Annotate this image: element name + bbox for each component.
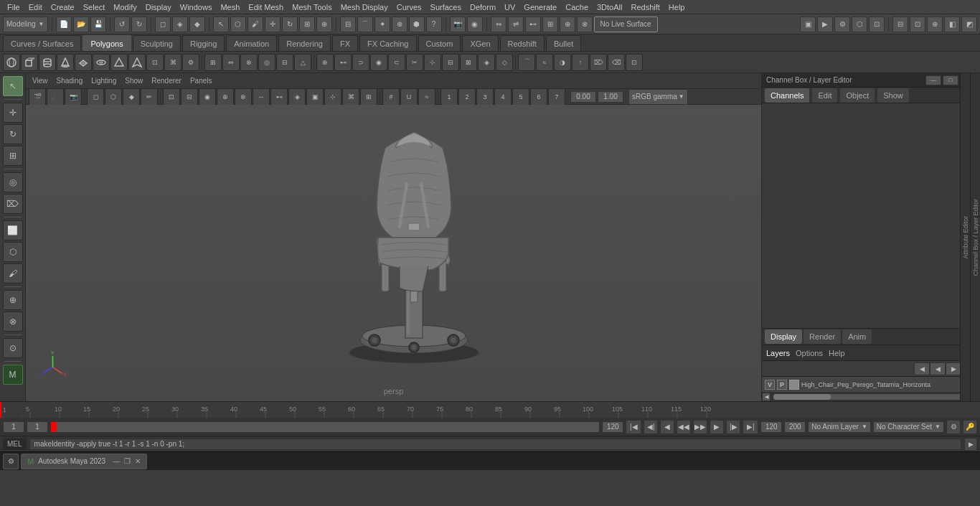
go-end-button[interactable]: ▶| [743, 420, 758, 434]
menu-uv[interactable]: UV [500, 0, 519, 14]
camera-button[interactable]: 📷 [450, 17, 466, 32]
mesh-display-2-button[interactable]: ⊡ [626, 54, 643, 71]
insert-loop-button[interactable]: ⊟ [442, 54, 459, 71]
edit-tab[interactable]: Edit [812, 88, 837, 103]
prev-frame-button[interactable]: ◀ [660, 420, 674, 434]
show-crease-button[interactable]: ⌒ [518, 54, 535, 71]
fill-hole-button[interactable]: ◉ [370, 54, 387, 71]
vp-crease-button[interactable]: ≈ [418, 88, 435, 106]
character-set-dropdown[interactable]: No Character Set ▼ [873, 421, 944, 433]
select-region-lt-button[interactable]: ⬜ [3, 220, 23, 240]
normals-button[interactable]: ↑ [572, 54, 589, 71]
menu-file[interactable]: File [3, 0, 24, 14]
tab-animation[interactable]: Animation [226, 35, 277, 51]
menu-mesh-tools[interactable]: Mesh Tools [288, 0, 336, 14]
layer-next-button[interactable]: ▶ [946, 362, 961, 375]
wedge-button[interactable]: ◇ [496, 54, 513, 71]
transform-tool-button[interactable]: ⊕ [316, 17, 332, 32]
vp-snap4-button[interactable]: ⊕ [217, 88, 234, 106]
window-btn-1[interactable]: ⊟ [892, 17, 908, 32]
window-btn-4[interactable]: ◧ [944, 17, 960, 32]
reflect-button[interactable]: ⊷ [525, 17, 541, 32]
new-file-button[interactable]: 📄 [56, 17, 72, 32]
rotate-tool-button[interactable]: ↻ [282, 17, 298, 32]
lighting-menu[interactable]: Lighting [88, 75, 120, 88]
vp-snap7-button[interactable]: ⊷ [270, 88, 288, 106]
lasso-lt-button[interactable]: ⬡ [3, 242, 23, 262]
play-forward-button[interactable]: ▶▶ [693, 420, 707, 434]
layer-add-button[interactable]: ◀ [914, 362, 930, 375]
vp-select-button[interactable]: ◻ [87, 88, 104, 106]
undo-button[interactable]: ↺ [114, 17, 130, 32]
smooth-button[interactable]: ◎ [258, 54, 275, 71]
taskbar-maya-window[interactable]: M Autodesk Maya 2023 — ❐ ✕ [21, 454, 147, 469]
select-tool-button[interactable]: ↖ [213, 17, 229, 32]
cube-button[interactable] [21, 54, 38, 71]
display-tab[interactable]: Display [765, 329, 802, 344]
playback-settings-button[interactable]: ⚙ [946, 420, 961, 434]
scale-tool-lt-button[interactable]: ⊞ [3, 146, 23, 166]
renderer-menu[interactable]: Renderer [148, 75, 185, 88]
vp-snap12-button[interactable]: ⊞ [360, 88, 377, 106]
maya-logo-lt[interactable]: M [3, 365, 23, 385]
vp-filmgate-button[interactable]: 📷 [65, 88, 82, 106]
cut-faces-button[interactable]: ✂ [406, 54, 423, 71]
soft-select-lt-button[interactable]: ◎ [3, 172, 23, 192]
cone-button[interactable] [57, 54, 74, 71]
live-surface-button[interactable]: No Live Surface [594, 17, 658, 32]
go-start-button[interactable]: |◀ [626, 420, 641, 434]
time-slider-thumb[interactable] [51, 422, 57, 432]
menu-help[interactable]: Help [664, 0, 689, 14]
menu-edit[interactable]: Edit [24, 0, 47, 14]
vp-res3-button[interactable]: 3 [476, 88, 494, 106]
anim-layer-dropdown[interactable]: No Anim Layer ▼ [808, 421, 871, 433]
end-range-field[interactable]: 120 [602, 421, 623, 433]
torus-button[interactable] [93, 54, 110, 71]
panels-menu[interactable]: Panels [187, 75, 216, 88]
hypershade-button[interactable]: ⬡ [852, 17, 867, 32]
shading-menu[interactable]: Shading [53, 75, 87, 88]
vp-res2-button[interactable]: 2 [458, 88, 476, 106]
rotate-tool-lt-button[interactable]: ↻ [3, 124, 23, 144]
menu-display[interactable]: Display [141, 0, 176, 14]
tab-rigging[interactable]: Rigging [182, 35, 225, 51]
menu-select[interactable]: Select [79, 0, 110, 14]
vp-uv-button[interactable]: U [400, 88, 418, 106]
layer-prev-button[interactable]: ◀ [930, 362, 946, 375]
view-menu[interactable]: View [29, 75, 52, 88]
open-file-button[interactable]: 📂 [73, 17, 89, 32]
tab-polygons[interactable]: Polygons [83, 35, 131, 51]
vp-snap2-button[interactable]: ⊟ [181, 88, 198, 106]
menu-curves[interactable]: Curves [392, 0, 426, 14]
redo-button[interactable]: ↻ [131, 17, 147, 32]
gear-prim-button[interactable]: ⚙ [182, 54, 199, 71]
paint-select-lt-button[interactable]: 🖌 [3, 263, 23, 284]
menu-cache[interactable]: Cache [561, 0, 593, 14]
mode-label[interactable]: MEL [3, 439, 27, 450]
lasso-tool-button[interactable]: ⬡ [230, 17, 246, 32]
bevel-button[interactable]: ◈ [478, 54, 495, 71]
play-back-button[interactable]: ◀◀ [677, 420, 691, 434]
help-tab[interactable]: Help [829, 349, 845, 357]
soft-mods-lt-button[interactable]: ⌦ [3, 194, 23, 214]
harden-edge-button[interactable]: ⌫ [608, 54, 625, 71]
multi-cut-button[interactable]: ⊹ [424, 54, 441, 71]
scale-tool-button[interactable]: ⊞ [299, 17, 315, 32]
select-hier-button[interactable]: ◈ [172, 17, 188, 32]
panel-maximize-button[interactable]: □ [943, 75, 958, 85]
horizontal-scrollbar[interactable]: ◀ ▶ [762, 393, 980, 401]
tab-custom[interactable]: Custom [418, 35, 461, 51]
tab-rendering[interactable]: Rendering [278, 35, 331, 51]
prism-button[interactable] [110, 54, 128, 71]
soft-select-button[interactable]: ⊕ [560, 17, 575, 32]
vp-res6-button[interactable]: 6 [530, 88, 547, 106]
render-view-button[interactable]: ▣ [800, 17, 816, 32]
render-button[interactable]: ◉ [467, 17, 483, 32]
snap-view-button[interactable]: ⊕ [392, 17, 407, 32]
cylinder-button[interactable] [39, 54, 56, 71]
mirror-geo-button[interactable]: ⇔ [222, 54, 240, 71]
vp-res4-button[interactable]: 4 [494, 88, 512, 106]
attribute-editor-sidebar[interactable]: Attribute Editor [960, 73, 970, 401]
render-settings-button[interactable]: ⚙ [834, 17, 850, 32]
sculpt-lt-button[interactable]: ⊙ [3, 338, 23, 358]
